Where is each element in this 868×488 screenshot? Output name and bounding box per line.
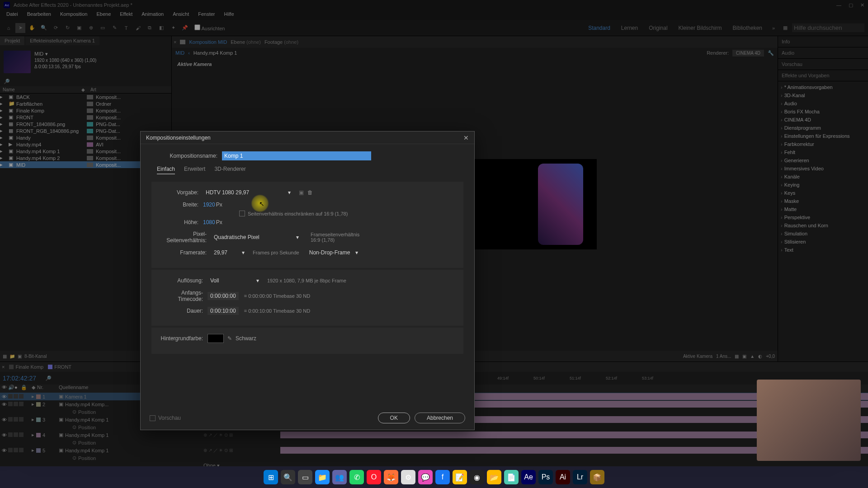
fx-category[interactable]: Farbkorrektur bbox=[778, 140, 868, 148]
project-item[interactable]: ▸📁FarbflächenOrdner bbox=[0, 100, 171, 107]
comp-name-input[interactable] bbox=[222, 151, 371, 160]
fx-category[interactable]: Perspektive bbox=[778, 213, 868, 221]
menu-ansicht[interactable]: Ansicht bbox=[168, 10, 193, 20]
layout-lernen[interactable]: Lernen bbox=[617, 23, 642, 33]
ok-button[interactable]: OK bbox=[378, 413, 410, 423]
menu-ebene[interactable]: Ebene bbox=[92, 10, 115, 20]
fx-category[interactable]: CINEMA 4D bbox=[778, 116, 868, 124]
layer-property[interactable]: ⊙ Position bbox=[0, 454, 868, 462]
taskbar-ai[interactable]: Ai bbox=[556, 470, 570, 484]
fx-category[interactable]: Immersives Video bbox=[778, 164, 868, 173]
layout-original[interactable]: Original bbox=[644, 23, 672, 33]
taskbar-windows[interactable]: ⊞ bbox=[264, 470, 278, 484]
project-item[interactable]: ▸▣FRONTKomposit... bbox=[0, 114, 171, 121]
fx-category[interactable]: 3D-Kanal bbox=[778, 91, 868, 99]
taskbar-notes[interactable]: 📝 bbox=[453, 470, 467, 484]
dialog-tab-3d-renderer[interactable]: 3D-Renderer bbox=[214, 166, 245, 174]
rect-tool-icon[interactable]: ▭ bbox=[98, 23, 108, 33]
selection-tool-icon[interactable]: ➤ bbox=[15, 23, 25, 33]
comp-tab[interactable]: Footage (ohne) bbox=[264, 39, 298, 45]
maximize-button[interactable]: ▢ bbox=[849, 2, 853, 8]
timeline-layer[interactable]: 👁 ▸4 ▣Handy.mp4 Komp 1 ⊕ ↗ ／ ☀ ⊙ ⊞ bbox=[0, 431, 868, 439]
hand-tool-icon[interactable]: ✋ bbox=[27, 23, 37, 33]
taskbar-opera[interactable]: O bbox=[367, 470, 381, 484]
fx-category[interactable]: Text bbox=[778, 246, 868, 254]
orbit-tool-icon[interactable]: ⟳ bbox=[51, 23, 61, 33]
fx-category[interactable]: Matte bbox=[778, 205, 868, 213]
breadcrumb-parent[interactable]: MID bbox=[175, 50, 184, 56]
dropdown-icon[interactable]: ▾ bbox=[45, 51, 48, 57]
home-icon[interactable]: ⌂ bbox=[4, 23, 14, 33]
timeline-tab-finale[interactable]: Finale Komp bbox=[15, 364, 43, 370]
taskbar-ae[interactable]: Ae bbox=[521, 470, 536, 484]
folder-icon[interactable]: 📁 bbox=[9, 354, 15, 359]
duration-value[interactable]: 0:00:10:00 bbox=[208, 307, 239, 315]
clone-tool-icon[interactable]: ⧉ bbox=[145, 23, 155, 33]
dialog-tab-erweitert[interactable]: Erweitert bbox=[184, 166, 205, 174]
timeline-search-icon[interactable]: 🔎 bbox=[45, 375, 52, 381]
fps-select[interactable]: 29,97 bbox=[211, 248, 247, 257]
fx-category[interactable]: Generieren bbox=[778, 156, 868, 164]
menu-animation[interactable]: Animation bbox=[137, 10, 168, 20]
taskbar-facebook[interactable]: f bbox=[435, 470, 450, 484]
layout-bibliotheken[interactable]: Bibliotheken bbox=[728, 23, 767, 33]
project-item[interactable]: ▸▣BACKKomposit... bbox=[0, 94, 171, 100]
taskbar-taskview[interactable]: ▭ bbox=[298, 470, 312, 484]
cancel-button[interactable]: Abbrechen bbox=[415, 413, 465, 423]
dropframe-select[interactable]: Non-Drop-Frame bbox=[307, 248, 361, 257]
taskbar-notepad[interactable]: 📄 bbox=[504, 470, 519, 484]
solo-column-icon[interactable]: ● bbox=[14, 385, 20, 390]
fx-category[interactable]: Audio bbox=[778, 99, 868, 108]
taskbar-firefox[interactable]: 🦊 bbox=[384, 470, 398, 484]
fx-category[interactable]: Fehlt bbox=[778, 148, 868, 156]
3d-icon[interactable]: ▲ bbox=[750, 354, 755, 359]
eyedropper-icon[interactable]: ✎ bbox=[227, 335, 232, 342]
preset-select[interactable]: HDTV 1080 29,97 bbox=[203, 188, 293, 197]
taskbar-messenger[interactable]: 💬 bbox=[418, 470, 433, 484]
audio-column-icon[interactable]: 🔊 bbox=[8, 385, 14, 390]
newcomp-icon[interactable]: ▣ bbox=[18, 354, 22, 359]
panel-vorschau[interactable]: Vorschau bbox=[778, 59, 868, 70]
taskbar-obs[interactable]: ◉ bbox=[470, 470, 484, 484]
camera-tool-icon[interactable]: ▣ bbox=[74, 23, 84, 33]
save-preset-icon[interactable]: ▣ bbox=[299, 189, 304, 196]
par-select[interactable]: Quadratische Pixel bbox=[211, 233, 302, 242]
menu-komposition[interactable]: Komposition bbox=[56, 10, 92, 20]
comp-tab[interactable]: Ebene (ohne) bbox=[231, 39, 261, 45]
project-tab-0[interactable]: Projekt bbox=[0, 36, 24, 45]
fx-category[interactable]: Stilisieren bbox=[778, 238, 868, 246]
eraser-tool-icon[interactable]: ◧ bbox=[156, 23, 166, 33]
taskbar-app1[interactable]: ⚙ bbox=[401, 470, 415, 484]
taskbar-teams[interactable]: 👥 bbox=[332, 470, 347, 484]
views-select[interactable]: 1 Ans... bbox=[716, 354, 731, 359]
fx-category[interactable]: Keying bbox=[778, 181, 868, 189]
height-value[interactable]: 1080 bbox=[203, 219, 215, 225]
close-button[interactable]: ✕ bbox=[860, 2, 864, 8]
panel-effekte und vorgaben[interactable]: Effekte und Vorgaben bbox=[778, 70, 868, 81]
bg-color-swatch[interactable] bbox=[208, 334, 224, 343]
brush-tool-icon[interactable]: 🖌 bbox=[133, 23, 143, 33]
fx-category[interactable]: Maske bbox=[778, 197, 868, 205]
taskbar-whatsapp[interactable]: ✆ bbox=[349, 470, 364, 484]
fx-category[interactable]: Einstellungen für Expressions bbox=[778, 132, 868, 140]
fx-category[interactable]: Boris FX Mocha bbox=[778, 108, 868, 116]
project-item[interactable]: ▸▦FRONT_1840886.pngPNG-Dat... bbox=[0, 121, 171, 127]
project-item[interactable]: ▸▣Finale KompKomposit... bbox=[0, 107, 171, 114]
eye-column-icon[interactable]: 👁 bbox=[2, 385, 7, 390]
layer-property[interactable]: ⊙ Position bbox=[0, 439, 868, 446]
menu-bearbeiten[interactable]: Bearbeiten bbox=[23, 10, 56, 20]
roto-tool-icon[interactable]: ✦ bbox=[168, 23, 178, 33]
taskbar-search[interactable]: 🔍 bbox=[281, 470, 295, 484]
col-type-header[interactable]: Art bbox=[90, 87, 171, 92]
fx-category[interactable]: Rauschen und Korn bbox=[778, 221, 868, 230]
menu-fenster[interactable]: Fenster bbox=[193, 10, 219, 20]
panel-audio[interactable]: Audio bbox=[778, 47, 868, 59]
delete-preset-icon[interactable]: 🗑 bbox=[307, 189, 313, 196]
taskbar-explorer[interactable]: 📁 bbox=[315, 470, 330, 484]
timeline-tab-front[interactable]: FRONT bbox=[54, 364, 71, 370]
grid-icon[interactable]: ▦ bbox=[735, 354, 739, 359]
zoom-tool-icon[interactable]: 🔍 bbox=[39, 23, 49, 33]
col-name-header[interactable]: Name bbox=[0, 87, 81, 92]
col-label-header[interactable]: ◆ bbox=[81, 87, 90, 92]
taskbar-lr[interactable]: Lr bbox=[573, 470, 587, 484]
